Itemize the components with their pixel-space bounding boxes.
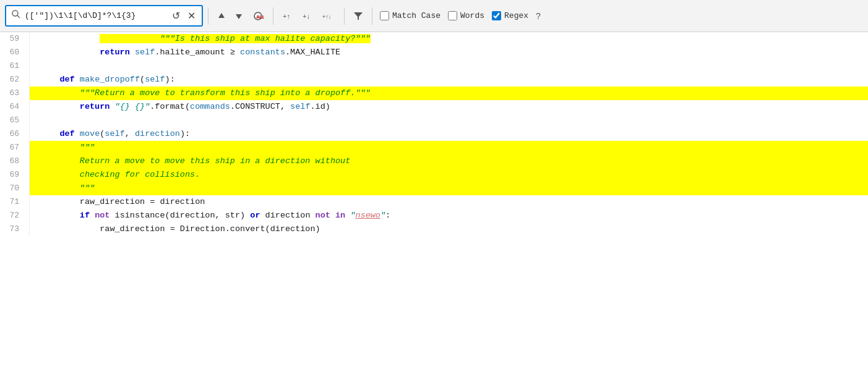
search-input[interactable] [25, 11, 167, 20]
table-row: 72 if not isinstance(direction, str) or … [0, 209, 868, 222]
prev-match-button[interactable] [213, 9, 230, 23]
line-number: 71 [0, 195, 30, 209]
line-content: def make_dropoff(self): [30, 73, 868, 87]
line-number: 69 [0, 168, 30, 182]
line-content [30, 59, 868, 73]
table-row: 71 raw_direction = direction [0, 195, 868, 209]
close-button[interactable]: ✕ [185, 9, 198, 23]
svg-text:+↑↓: +↑↓ [322, 14, 331, 20]
line-number: 68 [0, 154, 30, 168]
line-content: """Return a move to transform this ship … [30, 87, 868, 100]
line-content: """ [30, 141, 868, 154]
table-row: 67 """ [0, 141, 868, 154]
table-row: 70 """ [0, 182, 868, 195]
cursor-buttons: +↑ +↓ +↑↓ [278, 9, 339, 23]
line-content: return self.halite_amount ≥ constants.MA… [30, 46, 868, 59]
divider-1 [208, 7, 208, 25]
line-content: if not isinstance(direction, str) or dir… [30, 209, 868, 222]
divider-2 [273, 7, 273, 25]
svg-marker-2 [218, 13, 225, 18]
table-row: 63 """Return a move to transform this sh… [0, 87, 868, 100]
next-match-button[interactable] [231, 9, 247, 23]
line-number: 66 [0, 127, 30, 141]
svg-marker-3 [236, 14, 242, 19]
filter-button[interactable] [350, 9, 367, 23]
svg-text:ALL: ALL [256, 14, 264, 20]
regex-label[interactable]: Regex [489, 10, 531, 22]
help-button[interactable]: ? [533, 10, 543, 22]
words-checkbox[interactable] [448, 11, 457, 20]
line-number: 65 [0, 114, 30, 127]
table-row: 61 [0, 59, 868, 73]
regex-text: Regex [504, 11, 528, 20]
table-row: 62 def make_dropoff(self): [0, 73, 868, 87]
table-row: 68 Return a move to move this ship in a … [0, 154, 868, 168]
svg-text:+↑: +↑ [283, 12, 290, 20]
table-row: 65 [0, 114, 868, 127]
svg-line-1 [17, 15, 20, 18]
table-row: 73 raw_direction = Direction.convert(dir… [0, 222, 868, 236]
table-row: 60 return self.halite_amount ≥ constants… [0, 46, 868, 59]
add-cursors-all-button[interactable]: +↑↓ [318, 9, 339, 23]
line-number: 73 [0, 222, 30, 236]
line-number: 67 [0, 141, 30, 154]
code-area: 59 """Is this ship at max halite capacit… [0, 32, 868, 372]
search-icon[interactable] [10, 8, 22, 23]
line-content: """ [30, 182, 868, 195]
add-cursor-below-button[interactable]: +↓ [298, 9, 317, 23]
line-number: 60 [0, 46, 30, 59]
divider-4 [372, 7, 372, 25]
table-row: 69 checking for collisions. [0, 168, 868, 182]
line-number: 64 [0, 100, 30, 114]
undo-button[interactable]: ↺ [170, 9, 183, 23]
divider-3 [344, 7, 345, 25]
table-row: 66 def move(self, direction): [0, 127, 868, 141]
words-label[interactable]: Words [445, 10, 487, 22]
line-content: raw_direction = direction [30, 195, 868, 209]
line-number: 62 [0, 73, 30, 87]
line-content: raw_direction = Direction.convert(direct… [30, 222, 868, 236]
line-content: """Is this ship at max halite capacity?"… [30, 32, 868, 46]
select-all-button[interactable]: ALL [248, 9, 268, 23]
words-text: Words [460, 11, 484, 20]
line-content: Return a move to move this ship in a dir… [30, 154, 868, 168]
svg-point-0 [12, 11, 18, 16]
line-number: 70 [0, 182, 30, 195]
line-content: checking for collisions. [30, 168, 868, 182]
svg-marker-9 [354, 12, 363, 20]
match-case-label[interactable]: Match Case [377, 10, 443, 22]
add-cursor-above-button[interactable]: +↑ [278, 9, 297, 23]
line-number: 72 [0, 209, 30, 222]
search-input-wrap: ↺ ✕ [5, 5, 203, 27]
line-content: return "{} {}".format(commands.CONSTRUCT… [30, 100, 868, 114]
table-row: 59 """Is this ship at max halite capacit… [0, 32, 868, 46]
line-number: 59 [0, 32, 30, 46]
line-content: def move(self, direction): [30, 127, 868, 141]
table-row: 64 return "{} {}".format(commands.CONSTR… [0, 100, 868, 114]
match-case-text: Match Case [392, 11, 440, 20]
navigation-buttons: ALL [213, 9, 268, 23]
line-content [30, 114, 868, 127]
svg-text:+↓: +↓ [303, 12, 310, 20]
match-case-checkbox[interactable] [380, 11, 389, 20]
regex-checkbox[interactable] [492, 11, 501, 20]
line-number: 61 [0, 59, 30, 73]
line-number: 63 [0, 87, 30, 100]
search-bar: ↺ ✕ ALL +↑ +↓ + [0, 0, 868, 32]
